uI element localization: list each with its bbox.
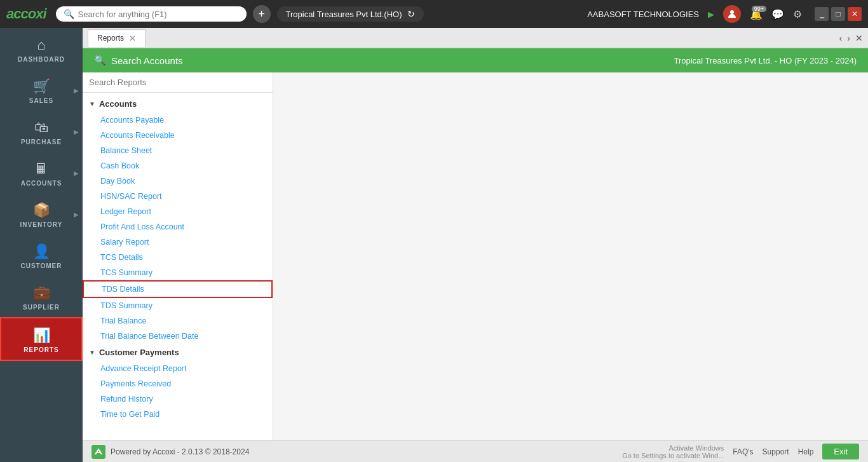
sidebar-item-dashboard[interactable]: ⌂ DASHBOARD bbox=[0, 28, 83, 69]
tree-item-trial-balance[interactable]: Trial Balance bbox=[83, 313, 273, 329]
footer: Powered by Accoxi - 2.0.13 © 2018-2024 A… bbox=[83, 440, 868, 462]
tree-item-accounts-payable[interactable]: Accounts Payable bbox=[83, 112, 273, 128]
sales-arrow-icon: ▶ bbox=[74, 86, 79, 93]
global-search-input[interactable] bbox=[78, 10, 224, 19]
right-panel bbox=[273, 72, 868, 440]
sidebar-item-purchase[interactable]: 🛍 PURCHASE ▶ bbox=[0, 111, 83, 152]
tree-item-payments-received[interactable]: Payments Received bbox=[83, 376, 273, 391]
sales-icon: 🛒 bbox=[33, 78, 50, 95]
search-reports-input[interactable] bbox=[83, 72, 273, 93]
tree-item-tds-summary[interactable]: TDS Summary bbox=[83, 298, 273, 313]
header-left: 🔍 Search Accounts bbox=[94, 55, 183, 66]
inventory-icon: 📦 bbox=[33, 202, 50, 219]
accounts-arrow-icon: ▶ bbox=[74, 169, 79, 176]
avatar[interactable] bbox=[723, 5, 741, 23]
header-company-info: Tropical Treasures Pvt Ltd. - HO (FY 202… bbox=[674, 56, 857, 65]
maximize-button[interactable]: □ bbox=[831, 7, 845, 21]
tab-label: Reports bbox=[97, 34, 124, 43]
app-logo: accoxi bbox=[6, 6, 46, 22]
notification-badge: 99+ bbox=[752, 6, 766, 12]
reports-tab[interactable]: Reports ✕ bbox=[88, 29, 146, 47]
sidebar-item-reports[interactable]: 📊 REPORTS bbox=[0, 317, 83, 361]
tree-item-tcs-details[interactable]: TCS Details bbox=[83, 250, 273, 265]
tree-section-customer-payments: ▼ Customer Payments Advance Receipt Repo… bbox=[83, 344, 273, 422]
tree-item-accounts-receivable[interactable]: Accounts Receivable bbox=[83, 128, 273, 143]
sidebar-label-purchase: PURCHASE bbox=[21, 139, 62, 146]
green-header: 🔍 Search Accounts Tropical Treasures Pvt… bbox=[83, 48, 868, 72]
global-search-icon: 🔍 bbox=[64, 9, 74, 19]
sidebar-item-inventory[interactable]: 📦 INVENTORY ▶ bbox=[0, 193, 83, 234]
main-layout: ⌂ DASHBOARD 🛒 SALES ▶ 🛍 PURCHASE ▶ 🖩 ACC… bbox=[0, 28, 868, 462]
tree-item-salary-report[interactable]: Salary Report bbox=[83, 234, 273, 250]
activate-message: Activate Windows Go to Settings to activ… bbox=[622, 444, 724, 459]
sidebar-label-inventory: INVENTORY bbox=[20, 221, 63, 228]
help-link[interactable]: Help bbox=[798, 447, 814, 456]
chat-icon: 💬 bbox=[771, 9, 784, 20]
global-search-bar[interactable]: 🔍 bbox=[56, 6, 247, 22]
customer-icon: 👤 bbox=[33, 243, 50, 260]
tree-item-time-to-get-paid[interactable]: Time to Get Paid bbox=[83, 407, 273, 422]
tree-item-trial-balance-between[interactable]: Trial Balance Between Date bbox=[83, 329, 273, 344]
tree-item-ledger-report[interactable]: Ledger Report bbox=[83, 204, 273, 219]
sidebar-label-reports: REPORTS bbox=[24, 346, 58, 353]
reports-icon: 📊 bbox=[33, 327, 50, 344]
sidebar-item-accounts[interactable]: 🖩 ACCOUNTS ▶ bbox=[0, 152, 83, 193]
sidebar-label-sales: SALES bbox=[29, 97, 53, 104]
tree-section-customer-payments-header[interactable]: ▼ Customer Payments bbox=[83, 344, 273, 361]
exit-button[interactable]: Exit bbox=[822, 444, 859, 459]
notifications-button[interactable]: 🔔 99+ bbox=[750, 8, 763, 20]
reports-panel: ▼ Accounts Accounts Payable Accounts Rec… bbox=[83, 72, 868, 440]
purchase-icon: 🛍 bbox=[34, 119, 48, 136]
support-link[interactable]: Support bbox=[763, 447, 789, 456]
messages-button[interactable]: 💬 bbox=[771, 8, 784, 20]
sidebar-label-supplier: SUPPLIER bbox=[23, 304, 60, 311]
tree-item-profit-loss[interactable]: Profit And Loss Account bbox=[83, 219, 273, 234]
tree-item-tcs-summary[interactable]: TCS Summary bbox=[83, 265, 273, 280]
gear-icon: ⚙ bbox=[793, 9, 802, 20]
accounts-caret-icon: ▼ bbox=[89, 100, 95, 107]
close-button[interactable]: ✕ bbox=[848, 7, 862, 21]
org-name: AABASOFT TECHNOLOGIES bbox=[587, 10, 699, 19]
sidebar-item-customer[interactable]: 👤 CUSTOMER bbox=[0, 234, 83, 276]
sidebar: ⌂ DASHBOARD 🛒 SALES ▶ 🛍 PURCHASE ▶ 🖩 ACC… bbox=[0, 28, 83, 462]
inventory-arrow-icon: ▶ bbox=[74, 210, 79, 217]
customer-payments-caret-icon: ▼ bbox=[89, 349, 95, 356]
tree-section-accounts: ▼ Accounts Accounts Payable Accounts Rec… bbox=[83, 95, 273, 344]
company-name: Tropical Treasures Pvt Ltd.(HO) bbox=[286, 10, 402, 19]
add-button[interactable]: + bbox=[253, 5, 271, 23]
tree-item-refund-history[interactable]: Refund History bbox=[83, 391, 273, 407]
tree-item-advance-receipt[interactable]: Advance Receipt Report bbox=[83, 361, 273, 376]
window-controls: ⎯ □ ✕ bbox=[815, 7, 862, 21]
close-tab-icon[interactable]: ✕ bbox=[129, 34, 136, 43]
tab-controls: ‹ › ✕ bbox=[839, 33, 863, 43]
faqs-link[interactable]: FAQ's bbox=[733, 447, 753, 456]
company-selector[interactable]: Tropical Treasures Pvt Ltd.(HO) ↻ bbox=[277, 6, 424, 22]
sidebar-item-supplier[interactable]: 💼 SUPPLIER bbox=[0, 276, 83, 317]
topbar: accoxi 🔍 + Tropical Treasures Pvt Ltd.(H… bbox=[0, 0, 868, 28]
tree-item-hsn-sac[interactable]: HSN/SAC Report bbox=[83, 189, 273, 204]
footer-right: Activate Windows Go to Settings to activ… bbox=[622, 444, 859, 459]
tree-section-accounts-header[interactable]: ▼ Accounts bbox=[83, 95, 273, 112]
sidebar-item-sales[interactable]: 🛒 SALES ▶ bbox=[0, 69, 83, 111]
footer-left: Powered by Accoxi - 2.0.13 © 2018-2024 bbox=[92, 445, 249, 459]
supplier-icon: 💼 bbox=[33, 285, 50, 301]
minimize-button[interactable]: ⎯ bbox=[815, 7, 829, 21]
purchase-arrow-icon: ▶ bbox=[74, 128, 79, 135]
sidebar-label-customer: CUSTOMER bbox=[20, 262, 62, 269]
sidebar-label-accounts: ACCOUNTS bbox=[21, 180, 62, 187]
refresh-icon[interactable]: ↻ bbox=[407, 9, 415, 19]
tree-item-balance-sheet[interactable]: Balance Sheet bbox=[83, 143, 273, 158]
svg-point-0 bbox=[730, 10, 734, 14]
accounts-icon: 🖩 bbox=[34, 161, 48, 177]
tab-menu-icon[interactable]: ✕ bbox=[855, 33, 863, 43]
content-area: Reports ✕ ‹ › ✕ 🔍 Search Accounts Tropic… bbox=[83, 28, 868, 462]
left-panel: ▼ Accounts Accounts Payable Accounts Rec… bbox=[83, 72, 273, 440]
search-accounts-icon: 🔍 bbox=[94, 55, 106, 66]
tree-item-day-book[interactable]: Day Book bbox=[83, 173, 273, 189]
tree-item-cash-book[interactable]: Cash Book bbox=[83, 158, 273, 173]
tree-container: ▼ Accounts Accounts Payable Accounts Rec… bbox=[83, 93, 273, 440]
tab-next-icon[interactable]: › bbox=[847, 33, 850, 43]
tab-prev-icon[interactable]: ‹ bbox=[839, 33, 843, 43]
settings-button[interactable]: ⚙ bbox=[793, 8, 802, 20]
tree-item-tds-details[interactable]: TDS Details bbox=[83, 280, 273, 298]
